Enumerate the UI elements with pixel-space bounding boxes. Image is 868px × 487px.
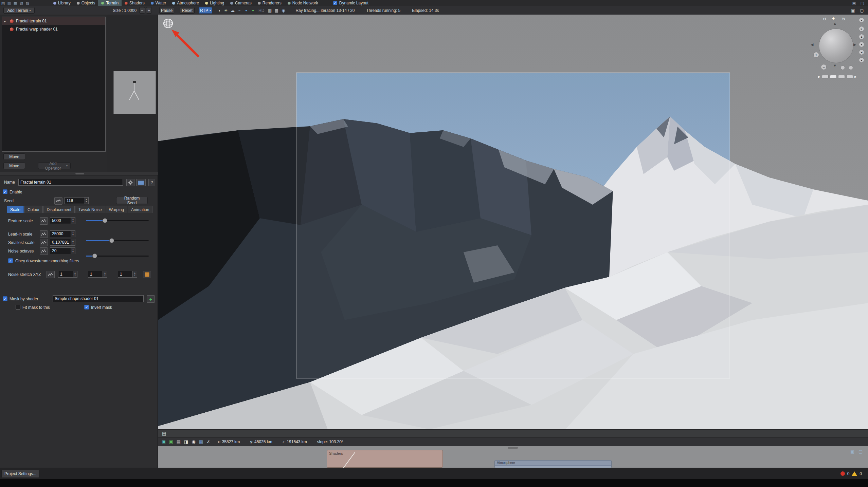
seed-function-graph-icon[interactable] bbox=[54, 197, 62, 205]
feature-scale-stepper[interactable]: ▲▼ bbox=[71, 217, 75, 224]
noise-stretch-x-group[interactable]: 1 ▲▼ bbox=[58, 271, 77, 278]
water-toggle-icon[interactable]: ≈ bbox=[236, 7, 243, 14]
orbit-trackball[interactable] bbox=[819, 29, 853, 63]
smallest-scale-slider[interactable] bbox=[86, 252, 149, 259]
dynamic-layout-checkbox[interactable]: ✓ bbox=[333, 1, 337, 5]
add-operator-button[interactable]: Add Operator ▾ bbox=[38, 163, 71, 169]
window-full-icon[interactable]: ▢ bbox=[859, 1, 865, 5]
node-network-thumbnail[interactable] bbox=[113, 71, 156, 114]
layout-a-icon[interactable]: ▧ bbox=[18, 1, 24, 5]
tab-shaders[interactable]: Shaders bbox=[122, 0, 148, 6]
tab-terrain[interactable]: Terrain bbox=[98, 0, 122, 6]
atmosphere-sphere-icon[interactable]: ● bbox=[243, 7, 250, 14]
noise-octaves-stepper[interactable]: ▲▼ bbox=[71, 247, 75, 254]
smallest-scale-graph-icon[interactable] bbox=[40, 239, 48, 246]
noise-stretch-z-input[interactable]: 1 bbox=[118, 271, 133, 278]
shaders-group-node[interactable]: Shaders bbox=[327, 450, 443, 468]
orbit-down-arrow[interactable]: ▼ bbox=[833, 63, 837, 68]
lod-level-2[interactable] bbox=[830, 75, 837, 78]
nav-dot-1-button[interactable] bbox=[840, 65, 845, 70]
size-minus-button[interactable]: − bbox=[139, 7, 145, 14]
feature-scale-input[interactable]: 5000 bbox=[50, 217, 71, 224]
enable-checkbox[interactable]: ✓ bbox=[3, 189, 7, 194]
grid-icon[interactable]: ▦ bbox=[197, 439, 205, 444]
noise-stretch-graph-icon[interactable] bbox=[47, 271, 55, 278]
mask-by-shader-checkbox[interactable]: ✓ bbox=[3, 296, 7, 301]
timeline-toggle-icon[interactable]: ▤ bbox=[162, 431, 166, 436]
nav-preset-2-button[interactable]: ▴ bbox=[859, 34, 864, 39]
lighting-icon[interactable]: ▤ bbox=[175, 439, 182, 444]
noise-octaves-input-group[interactable]: 20 ▲▼ bbox=[50, 247, 75, 254]
link-xyz-icon[interactable] bbox=[143, 271, 151, 278]
visibility-icon[interactable]: ◉ bbox=[190, 439, 197, 444]
tab-node-network[interactable]: Node Network bbox=[285, 0, 321, 6]
reset-button[interactable]: Reset bbox=[180, 7, 195, 14]
orbit-left-arrow[interactable]: ◀ bbox=[811, 42, 813, 47]
size-plus-button[interactable]: + bbox=[146, 7, 152, 14]
tab-objects[interactable]: Objects bbox=[74, 0, 98, 6]
tab-library[interactable]: Library bbox=[50, 0, 74, 6]
feature-scale-input-group[interactable]: 5000 ▲▼ bbox=[50, 217, 75, 224]
expander-icon[interactable]: ▸ bbox=[4, 19, 7, 23]
rtp-toggle-button[interactable]: RTP ▾ bbox=[199, 7, 212, 14]
tab-renderers[interactable]: Renderers bbox=[255, 0, 285, 6]
new-project-icon[interactable]: ▤ bbox=[0, 1, 6, 5]
seed-input[interactable]: 119 bbox=[65, 197, 84, 204]
smallest-scale-stepper[interactable]: ▲▼ bbox=[71, 239, 75, 246]
project-settings-button[interactable]: Project Settings... bbox=[1, 470, 39, 478]
nav-dot-2-button[interactable] bbox=[849, 65, 853, 70]
tab-displacement[interactable]: Displacement bbox=[43, 206, 75, 213]
noise-stretch-y-input[interactable]: 1 bbox=[88, 271, 103, 278]
move-down-button[interactable]: Move bbox=[3, 163, 25, 169]
invert-mask-checkbox[interactable]: ✓ bbox=[84, 305, 89, 310]
noise-octaves-graph-icon[interactable] bbox=[40, 247, 48, 255]
add-terrain-button[interactable]: Add Terrain ▾ bbox=[3, 7, 35, 14]
tab-scale[interactable]: Scale bbox=[7, 206, 24, 213]
terrain-sphere-icon[interactable]: ● bbox=[250, 7, 256, 14]
pane-expand-icon[interactable]: ▣ bbox=[850, 449, 854, 454]
lod-next-icon[interactable]: ▶ bbox=[854, 75, 857, 78]
orbit-right-arrow[interactable]: ▶ bbox=[853, 42, 856, 47]
lead-in-scale-input-group[interactable]: 25000 ▲▼ bbox=[50, 230, 75, 237]
mask-shader-input[interactable]: Simple shape shader 01 bbox=[53, 295, 144, 302]
zoom-out-button[interactable]: − bbox=[821, 64, 827, 70]
save-project-icon[interactable]: ▦ bbox=[12, 1, 18, 5]
grid-toggle-icon[interactable]: ▦ bbox=[266, 7, 273, 14]
orbit-up-arrow[interactable]: ▲ bbox=[833, 21, 837, 25]
list-item-fractal-warp[interactable]: Fractal warp shader 01 bbox=[2, 25, 105, 33]
split-view-icon[interactable]: ◨ bbox=[182, 439, 190, 444]
noise-stretch-z-stepper[interactable]: ▲▼ bbox=[133, 271, 137, 278]
error-indicator-icon[interactable] bbox=[840, 471, 845, 476]
tab-lighting[interactable]: Lighting bbox=[202, 0, 227, 6]
shading-toggle-icon[interactable]: ◑ bbox=[216, 7, 222, 14]
tab-animation[interactable]: Animation bbox=[128, 206, 152, 213]
nav-preset-5-button[interactable]: ● bbox=[859, 57, 864, 63]
gear-icon[interactable] bbox=[126, 179, 134, 186]
angle-icon[interactable]: ∠ bbox=[205, 439, 212, 444]
pane-splitter-grip[interactable] bbox=[508, 447, 518, 449]
lead-in-scale-input[interactable]: 25000 bbox=[50, 230, 71, 237]
nav-preset-3-button[interactable]: ▾ bbox=[859, 42, 864, 47]
name-input[interactable]: Fractal terrain 01 bbox=[18, 179, 123, 186]
nav-home-button[interactable]: ● bbox=[859, 17, 864, 23]
smallest-scale-input-group[interactable]: 0.107881 ▲▼ bbox=[50, 239, 75, 246]
tab-tweak-noise[interactable]: Tweak Noise bbox=[75, 206, 105, 213]
tab-atmosphere[interactable]: Atmosphere bbox=[169, 0, 202, 6]
clouds-toggle-icon[interactable]: ☁ bbox=[229, 7, 236, 14]
pan-cross-icon[interactable]: + bbox=[832, 15, 835, 21]
lod-level-1[interactable] bbox=[822, 75, 829, 78]
texture-toggle-icon[interactable]: ▩ bbox=[273, 7, 280, 14]
detach-view-icon[interactable]: ▣ bbox=[850, 7, 856, 14]
noise-octaves-input[interactable]: 20 bbox=[50, 247, 71, 254]
layout-b-icon[interactable]: ▨ bbox=[24, 1, 31, 5]
lod-prev-icon[interactable]: ▶ bbox=[818, 75, 820, 78]
atmosphere-group-node[interactable]: Atmosphere bbox=[494, 460, 612, 468]
lod-level-3[interactable] bbox=[838, 75, 845, 78]
zoom-in-button[interactable]: + bbox=[813, 52, 819, 58]
rotate-cw-icon[interactable]: ↻ bbox=[842, 17, 845, 21]
open-project-icon[interactable]: ▥ bbox=[6, 1, 12, 5]
list-item-fractal-terrain[interactable]: ▸ Fractal terrain 01 bbox=[2, 17, 105, 25]
warning-indicator-icon[interactable] bbox=[852, 471, 857, 476]
nav-preset-1-button[interactable]: ▸ bbox=[859, 26, 864, 32]
3d-preview-viewport[interactable]: ▲ ▼ ◀ ▶ + ↺ ↻ ● ▸ ▴ ▾ ◂ ● + − ▶ ▶ bbox=[158, 15, 868, 429]
